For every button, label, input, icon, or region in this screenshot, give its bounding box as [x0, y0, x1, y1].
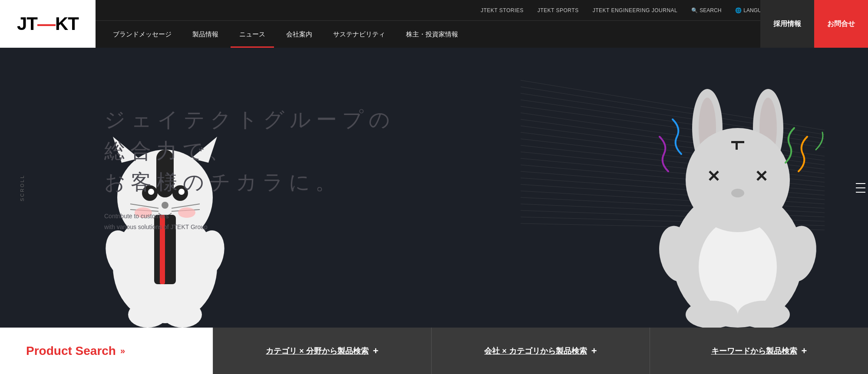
- svg-point-58: [731, 189, 744, 197]
- jtekt-engineering-link[interactable]: JTEKT ENGINEERING JOURNAL: [593, 7, 678, 13]
- header-right-buttons: 採用情報 お問合せ: [760, 0, 868, 48]
- nav-company[interactable]: 会社案内: [277, 21, 321, 48]
- company-category-search-option[interactable]: 会社 × カテゴリから製品検索 +: [431, 328, 650, 374]
- contact-button[interactable]: お問合せ: [814, 0, 868, 48]
- rabbit-character: [642, 85, 833, 328]
- product-search-bar: Product Search » カテゴリ × 分野から製品検索 + 会社 × …: [0, 328, 868, 374]
- jtekt-sports-link[interactable]: JTEKT SPORTS: [538, 7, 579, 13]
- logo-dash: —: [37, 13, 55, 34]
- sidebar-line-2: [856, 187, 865, 188]
- hero-sub-text: Contribute to customers with various sol…: [104, 211, 395, 233]
- sidebar-line-1: [856, 183, 865, 184]
- nav-brand-message[interactable]: ブランドメッセージ: [104, 21, 180, 48]
- header-top-bar: JTEKT STORIES JTEKT SPORTS JTEKT ENGINEE…: [0, 0, 868, 21]
- company-category-search-icon: +: [591, 345, 597, 357]
- site-header: JT—KT JTEKT STORIES JTEKT SPORTS JTEKT E…: [0, 0, 868, 48]
- keyword-search-icon: +: [802, 345, 807, 357]
- search-icon: 🔍: [691, 7, 698, 13]
- svg-rect-57: [736, 141, 738, 150]
- recruit-button[interactable]: 採用情報: [760, 0, 814, 48]
- hero-text-block: ジェイテクトグループの 総合力で、 お客様のチカラに。 Contribute t…: [104, 104, 395, 233]
- category-search-option[interactable]: カテゴリ × 分野から製品検索 +: [213, 328, 431, 374]
- keyword-search-option[interactable]: キーワードから製品検索 +: [650, 328, 868, 374]
- nav-investors[interactable]: 株主・投資家情報: [397, 21, 467, 48]
- sidebar-lines: [856, 183, 868, 193]
- product-search-arrows: »: [120, 346, 125, 356]
- svg-point-61: [686, 301, 738, 328]
- company-category-search-label: 会社 × カテゴリから製品検索: [484, 346, 587, 356]
- logo-area[interactable]: JT—KT: [0, 0, 96, 48]
- category-search-icon: +: [373, 345, 379, 357]
- nav-products[interactable]: 製品情報: [184, 21, 227, 48]
- main-navigation: ブランドメッセージ 製品情報 ニュース 会社案内 サステナビリティ 株主・投資家…: [0, 21, 868, 48]
- jtekt-stories-link[interactable]: JTEKT STORIES: [481, 7, 524, 13]
- svg-point-50: [699, 219, 777, 315]
- hero-section: SCROLL: [0, 48, 868, 328]
- scroll-indicator: SCROLL: [20, 174, 25, 201]
- svg-point-43: [128, 302, 167, 328]
- category-search-label: カテゴリ × 分野から製品検索: [266, 346, 369, 356]
- globe-icon: 🌐: [735, 7, 742, 13]
- hero-main-text: ジェイテクトグループの 総合力で、 お客様のチカラに。: [104, 104, 395, 198]
- keyword-search-label: キーワードから製品検索: [711, 346, 797, 356]
- product-search-title: Product Search »: [0, 328, 213, 374]
- search-link[interactable]: 🔍 SEARCH: [691, 7, 721, 13]
- nav-news[interactable]: ニュース: [231, 21, 274, 48]
- product-search-label: Product Search: [26, 344, 116, 358]
- sidebar-line-3: [856, 192, 865, 193]
- svg-point-62: [738, 301, 790, 328]
- logo: JT—KT: [17, 13, 79, 34]
- nav-sustainability[interactable]: サステナビリティ: [324, 21, 394, 48]
- svg-point-44: [163, 302, 202, 328]
